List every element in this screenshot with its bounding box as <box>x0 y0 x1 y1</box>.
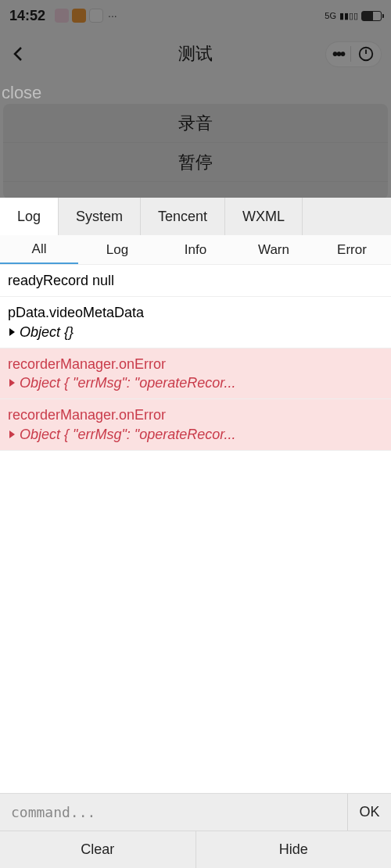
vconsole-footer: Clear Hide <box>0 830 391 868</box>
tab-wxml[interactable]: WXML <box>225 198 303 235</box>
caret-icon <box>9 379 15 387</box>
vconsole-tabs: Log System Tencent WXML <box>0 198 391 235</box>
status-time: 14:52 <box>9 8 45 24</box>
log-object[interactable]: Object { "errMsg": "operateRecor... <box>8 425 383 444</box>
log-object[interactable]: Object { "errMsg": "operateRecor... <box>8 373 383 392</box>
hide-button[interactable]: Hide <box>196 831 392 868</box>
caret-icon <box>9 430 15 438</box>
back-icon[interactable] <box>9 45 28 63</box>
log-entry[interactable]: readyRecord null <box>0 265 391 297</box>
log-entry[interactable]: pData.videoMetaData Object {} <box>0 297 391 348</box>
app-icon-3 <box>89 9 103 23</box>
capsule-more-icon[interactable]: ••• <box>332 45 344 63</box>
filter-error[interactable]: Error <box>313 235 391 264</box>
tab-log[interactable]: Log <box>0 198 59 235</box>
filter-log[interactable]: Log <box>78 235 156 264</box>
capsule-menu: ••• <box>325 41 382 67</box>
filter-warn[interactable]: Warn <box>235 235 313 264</box>
capsule-divider <box>350 46 351 62</box>
filter-info[interactable]: Info <box>156 235 235 264</box>
page-content: 录音 暂停 <box>0 77 391 199</box>
signal-icon: ▮▮▯▯ <box>339 11 358 21</box>
pause-button[interactable]: 暂停 <box>3 143 388 182</box>
capsule-close-icon[interactable] <box>357 45 375 63</box>
status-bar: 14:52 ··· 5G ▮▮▯▯ <box>0 0 391 31</box>
caret-icon <box>9 328 15 336</box>
close-label[interactable]: close <box>0 83 41 103</box>
app-icon-2 <box>72 9 86 23</box>
nav-bar: 测试 ••• <box>0 31 391 77</box>
vconsole-panel: Log System Tencent WXML All Log Info War… <box>0 198 391 868</box>
log-list[interactable]: readyRecord null pData.videoMetaData Obj… <box>0 265 391 793</box>
record-button[interactable]: 录音 <box>3 104 388 143</box>
vconsole-filters: All Log Info Warn Error <box>0 235 391 265</box>
status-app-icons <box>55 9 103 23</box>
status-more-icon: ··· <box>108 9 117 22</box>
clear-button[interactable]: Clear <box>0 831 196 868</box>
battery-icon <box>361 11 382 21</box>
page-title: 测试 <box>178 42 213 66</box>
command-input[interactable] <box>0 794 347 830</box>
tab-system[interactable]: System <box>59 198 141 235</box>
action-card: 录音 暂停 <box>3 104 388 199</box>
status-right: 5G ▮▮▯▯ <box>325 11 382 21</box>
log-text: readyRecord null <box>8 271 383 290</box>
tab-tencent[interactable]: Tencent <box>141 198 225 235</box>
network-icon: 5G <box>325 11 336 20</box>
app-icon-1 <box>55 9 69 23</box>
play-button-partial[interactable] <box>3 182 388 199</box>
command-ok-button[interactable]: OK <box>347 794 391 830</box>
log-text: recorderManager.onError <box>8 405 383 424</box>
log-entry-error[interactable]: recorderManager.onError Object { "errMsg… <box>0 348 391 400</box>
log-entry-error[interactable]: recorderManager.onError Object { "errMsg… <box>0 399 391 451</box>
log-object[interactable]: Object {} <box>8 323 383 341</box>
command-row: OK <box>0 793 391 830</box>
log-text: recorderManager.onError <box>8 355 383 373</box>
filter-all[interactable]: All <box>0 235 78 264</box>
log-text: pData.videoMetaData <box>8 303 383 322</box>
